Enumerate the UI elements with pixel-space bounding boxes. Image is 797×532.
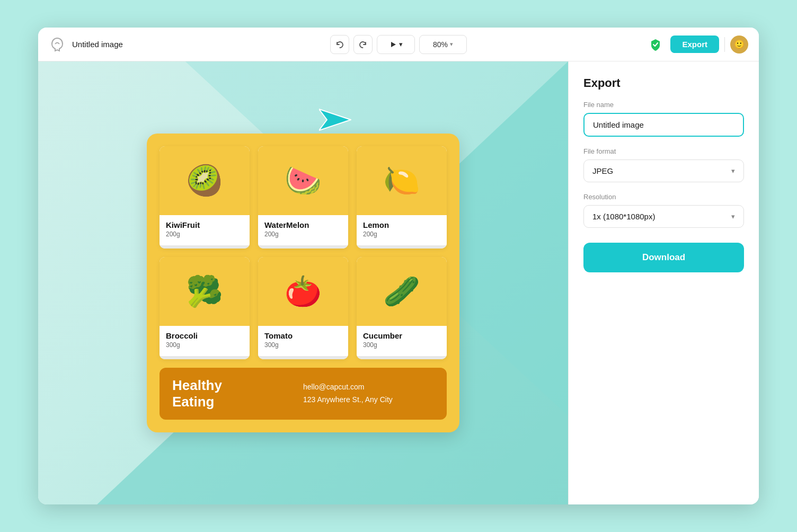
file-name-group: File name <box>583 101 744 137</box>
zoom-control[interactable]: 80% ▾ <box>419 35 467 54</box>
fruit-info-cucumber: Cucumber 300g <box>357 326 447 356</box>
file-format-value: JPEG <box>592 166 613 175</box>
footer-email: hello@capcut.com <box>303 383 364 391</box>
fruit-weight-broccoli: 300g <box>166 341 243 349</box>
user-avatar[interactable]: 🙂 <box>730 36 748 54</box>
fruit-card-tomato: 🍅 Tomato 300g <box>258 257 348 359</box>
fruit-name-tomato: Tomato <box>264 331 342 340</box>
svg-marker-0 <box>391 42 396 47</box>
file-format-label: File format <box>583 147 744 155</box>
zoom-dropdown-icon: ▾ <box>450 41 453 48</box>
fruit-info-broccoli: Broccoli 300g <box>160 326 250 356</box>
fruits-grid: 🥝 KiwiFruit 200g 🍉 WaterMelon 200g <box>160 146 447 359</box>
export-button[interactable]: Export <box>670 36 719 53</box>
fruit-img-cucumber: 🥒 <box>357 257 447 326</box>
file-format-group: File format JPEG ▾ <box>583 147 744 182</box>
resolution-select[interactable]: 1x (1080*1080px) ▾ <box>583 205 744 228</box>
fruit-name-watermelon: WaterMelon <box>264 220 342 229</box>
export-panel: Export File name File format JPEG ▾ Reso… <box>568 61 759 504</box>
fruit-img-lemon: 🍋 <box>357 146 447 215</box>
design-footer: HealthyEating hello@capcut.com 123 Anywh… <box>160 368 447 420</box>
download-button[interactable]: Download <box>583 243 744 272</box>
footer-address: 123 Anywhere St., Any City <box>303 395 393 404</box>
redo-button[interactable] <box>353 35 373 54</box>
fruit-card-kiwi: 🥝 KiwiFruit 200g <box>160 146 250 249</box>
zoom-value: 80% <box>433 40 448 49</box>
file-format-dropdown-icon: ▾ <box>731 167 735 175</box>
fruit-name-kiwi: KiwiFruit <box>166 220 243 229</box>
fruit-card-broccoli: 🥦 Broccoli 300g <box>160 257 250 359</box>
fruit-card-lemon: 🍋 Lemon 200g <box>357 146 447 249</box>
fruit-name-broccoli: Broccoli <box>166 331 243 340</box>
app-logo <box>49 36 66 53</box>
footer-title: HealthyEating <box>172 377 303 410</box>
fruit-name-cucumber: Cucumber <box>363 331 440 340</box>
footer-contact: hello@capcut.com 123 Anywhere St., Any C… <box>303 381 434 406</box>
undo-button[interactable] <box>330 35 349 54</box>
fruit-img-tomato: 🍅 <box>258 257 348 326</box>
resolution-dropdown-icon: ▾ <box>731 212 735 220</box>
svg-marker-3 <box>319 109 351 130</box>
fruit-img-kiwi: 🥝 <box>160 146 250 215</box>
play-button[interactable]: ▾ <box>377 35 415 54</box>
fruit-info-lemon: Lemon 200g <box>357 215 447 245</box>
fruit-img-broccoli: 🥦 <box>160 257 250 326</box>
file-name-label: File name <box>583 101 744 109</box>
fruit-img-watermelon: 🍉 <box>258 146 348 215</box>
fruit-info-watermelon: WaterMelon 200g <box>258 215 348 245</box>
panel-title: Export <box>583 76 744 90</box>
toolbar-center: ▾ 80% ▾ <box>330 35 467 54</box>
resolution-label: Resolution <box>583 193 744 201</box>
topbar-right: Export 🙂 <box>646 35 748 54</box>
fruit-weight-cucumber: 300g <box>363 341 440 349</box>
fruit-info-kiwi: KiwiFruit 200g <box>160 215 250 245</box>
fruit-info-tomato: Tomato 300g <box>258 326 348 356</box>
fruit-weight-watermelon: 200g <box>264 230 342 238</box>
fruit-weight-kiwi: 200g <box>166 230 243 238</box>
fruit-weight-lemon: 200g <box>363 230 440 238</box>
design-canvas: 🥝 KiwiFruit 200g 🍉 WaterMelon 200g <box>147 134 459 432</box>
file-format-select[interactable]: JPEG ▾ <box>583 159 744 182</box>
fruit-weight-tomato: 300g <box>264 341 342 349</box>
app-window: Untitled image ▾ <box>38 28 759 504</box>
resolution-group: Resolution 1x (1080*1080px) ▾ <box>583 193 744 228</box>
topbar: Untitled image ▾ <box>38 28 759 61</box>
file-name-input[interactable] <box>583 113 744 137</box>
shield-icon <box>646 35 665 54</box>
main-content: 🥝 KiwiFruit 200g 🍉 WaterMelon 200g <box>38 61 759 504</box>
cursor-pointer <box>319 104 356 138</box>
fruit-card-watermelon: 🍉 WaterMelon 200g <box>258 146 348 249</box>
resolution-value: 1x (1080*1080px) <box>592 212 655 221</box>
fruit-card-cucumber: 🥒 Cucumber 300g <box>357 257 447 359</box>
canvas-area: 🥝 KiwiFruit 200g 🍉 WaterMelon 200g <box>38 61 568 504</box>
fruit-name-lemon: Lemon <box>363 220 440 229</box>
topbar-divider <box>724 37 725 52</box>
